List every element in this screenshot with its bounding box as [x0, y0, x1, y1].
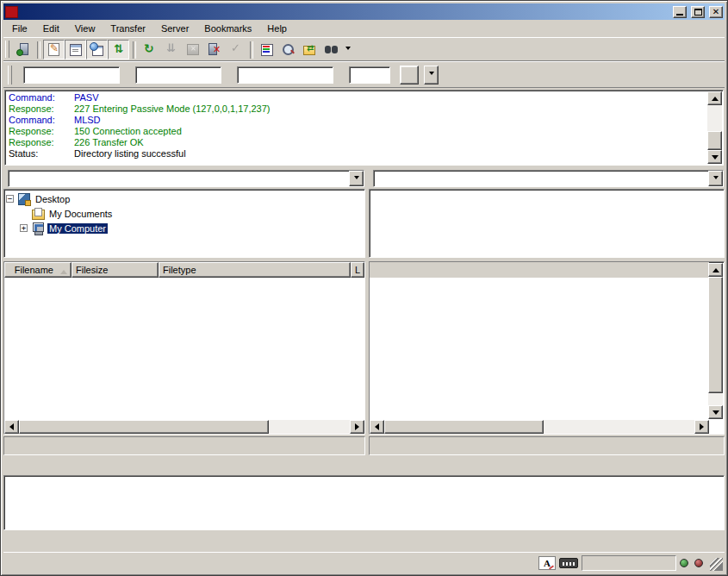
log-line-label: Status:	[9, 148, 74, 160]
menu-item[interactable]: Help	[259, 21, 295, 36]
log-line-text: 227 Entering Passive Mode (127,0,0,1,17,…	[74, 103, 270, 115]
toolbar-grip	[5, 41, 9, 58]
column-header[interactable]: L	[351, 262, 364, 278]
username-input[interactable]	[135, 66, 221, 84]
refresh-button[interactable]	[139, 40, 160, 59]
data-type-indicator-icon[interactable]	[538, 556, 556, 570]
scroll-right-button[interactable]	[350, 420, 364, 434]
resize-grip[interactable]	[710, 558, 723, 571]
tree-item-label: My Documents	[47, 209, 114, 219]
chevron-down-icon	[354, 176, 359, 182]
tree-expander[interactable]: +	[20, 224, 28, 232]
menu-item[interactable]: Transfer	[103, 21, 153, 36]
remote-site-combo[interactable]	[373, 170, 724, 187]
scroll-down-button[interactable]	[707, 150, 722, 164]
process-queue-button[interactable]	[160, 40, 182, 59]
find-files-button[interactable]	[320, 40, 342, 59]
log-line: Response: 150 Connection accepted	[9, 126, 706, 137]
toggle-remote-tree-button[interactable]	[86, 40, 108, 59]
tree-expander[interactable]: −	[6, 195, 14, 203]
local-directory-tree: − Desktop My Documents + My Computer	[3, 189, 365, 258]
menu-item[interactable]: Edit	[35, 21, 67, 36]
menu-item[interactable]: Bookmarks	[196, 21, 259, 36]
browser-panes: − Desktop My Documents + My Computer	[3, 169, 725, 455]
tree-item-icon	[17, 192, 32, 205]
toolbar-icon	[164, 42, 178, 56]
toggle-message-log-button[interactable]	[43, 40, 65, 59]
arrow-left-icon	[371, 423, 379, 430]
port-input[interactable]	[349, 66, 390, 84]
toolbar-icon	[90, 42, 104, 56]
disconnect-button[interactable]	[203, 40, 225, 59]
minimize-button[interactable]	[673, 6, 687, 18]
remote-pane	[369, 169, 725, 455]
quickconnect-dropdown[interactable]	[424, 66, 439, 85]
tree-item-icon	[31, 222, 46, 235]
log-line-label: Command:	[9, 115, 74, 126]
cancel-operation-button[interactable]	[182, 40, 203, 59]
close-button[interactable]: ✕	[709, 6, 723, 18]
scrollbar-thumb[interactable]	[708, 277, 723, 393]
log-scrollbar[interactable]	[707, 91, 722, 164]
log-line: Response: 226 Transfer OK	[9, 137, 706, 148]
column-header-label: Filename	[15, 265, 53, 275]
reconnect-button[interactable]	[225, 40, 246, 59]
synchronized-browsing-button[interactable]	[299, 40, 320, 59]
tree-item-icon	[31, 207, 46, 220]
log-line-text: MLSD	[74, 115, 101, 126]
log-line-text: PASV	[74, 92, 99, 103]
combo-dropdown-button[interactable]	[349, 171, 364, 186]
toggle-local-tree-button[interactable]	[65, 40, 86, 59]
combo-dropdown-button[interactable]	[708, 171, 723, 186]
quickconnect-button[interactable]	[400, 66, 419, 85]
log-line-label: Response:	[9, 103, 74, 115]
column-header[interactable]: Filetype	[159, 262, 351, 278]
toggle-transfer-queue-button[interactable]	[108, 40, 129, 59]
site-manager-dropdown[interactable]	[342, 40, 353, 59]
directory-filters-button[interactable]	[256, 40, 277, 59]
arrow-down-icon	[712, 410, 719, 418]
local-file-list: Filename Filesize Filetype L	[3, 261, 365, 435]
local-site-combo[interactable]	[8, 170, 364, 187]
quickbar-grip	[8, 66, 12, 85]
toolbar	[3, 38, 725, 61]
scroll-down-button[interactable]	[708, 405, 723, 419]
toolbar-icon	[142, 42, 157, 56]
scroll-up-button[interactable]	[707, 91, 722, 105]
host-input[interactable]	[23, 66, 120, 84]
scroll-left-button[interactable]	[4, 420, 19, 434]
message-log: Command: PASV Response: 227 Entering Pas…	[4, 90, 724, 166]
speed-limits-icon[interactable]	[559, 558, 578, 568]
menu-item[interactable]: View	[67, 21, 103, 36]
password-input[interactable]	[237, 66, 333, 84]
remote-hscrollbar[interactable]	[370, 420, 709, 434]
menu-item[interactable]: File	[4, 21, 35, 36]
log-line-label: Response:	[9, 137, 74, 148]
scrollbar-thumb[interactable]	[384, 420, 544, 434]
local-status	[3, 436, 365, 455]
log-line-text: 226 Transfer OK	[74, 137, 144, 148]
maximize-button[interactable]	[691, 6, 705, 18]
toolbar-icon	[68, 42, 83, 56]
scroll-up-button[interactable]	[708, 263, 723, 277]
scrollbar-thumb[interactable]	[707, 131, 722, 150]
led-green-icon	[680, 559, 688, 567]
column-header[interactable]: Filesize	[72, 262, 159, 278]
tree-item[interactable]: − Desktop	[6, 191, 363, 206]
arrow-right-icon	[700, 423, 707, 430]
directory-comparison-button[interactable]	[277, 40, 299, 59]
titlebar: ✕	[3, 3, 725, 20]
queue-header	[3, 458, 725, 475]
quickconnect-bar	[3, 61, 725, 88]
tree-item[interactable]: + My Computer	[6, 221, 363, 235]
tree-item[interactable]: My Documents	[6, 206, 363, 221]
site-manager-button[interactable]	[12, 40, 34, 59]
column-header[interactable]: Filename	[4, 262, 72, 278]
remote-file-list	[369, 261, 725, 435]
scrollbar-thumb[interactable]	[19, 420, 269, 434]
scroll-right-button[interactable]	[694, 420, 709, 434]
menu-item[interactable]: Server	[153, 21, 196, 36]
remote-vscrollbar[interactable]	[708, 263, 723, 419]
scroll-left-button[interactable]	[370, 420, 384, 434]
local-hscrollbar[interactable]	[4, 420, 364, 434]
